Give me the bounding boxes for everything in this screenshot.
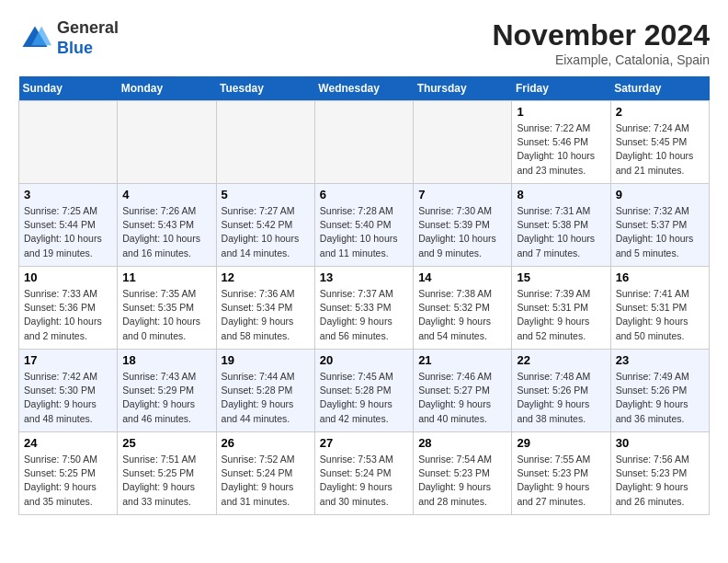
day-info: Sunrise: 7:39 AM Sunset: 5:31 PM Dayligh… [517,287,605,343]
calendar-cell: 14Sunrise: 7:38 AM Sunset: 5:32 PM Dayli… [414,267,512,350]
day-number: 22 [517,353,605,367]
calendar-cell: 17Sunrise: 7:42 AM Sunset: 5:30 PM Dayli… [19,350,118,432]
calendar-cell: 4Sunrise: 7:26 AM Sunset: 5:43 PM Daylig… [118,184,216,267]
day-number: 8 [517,188,605,201]
day-info: Sunrise: 7:30 AM Sunset: 5:39 PM Dayligh… [418,204,506,260]
weekday-header-tuesday: Tuesday [216,76,314,101]
calendar-cell: 13Sunrise: 7:37 AM Sunset: 5:33 PM Dayli… [314,267,413,350]
weekday-header-thursday: Thursday [414,76,512,101]
week-row-3: 10Sunrise: 7:33 AM Sunset: 5:36 PM Dayli… [19,267,710,350]
day-number: 26 [222,436,310,450]
calendar-cell: 3Sunrise: 7:25 AM Sunset: 5:44 PM Daylig… [19,184,118,267]
day-number: 21 [418,353,506,367]
day-number: 11 [122,270,210,284]
logo-blue: Blue [57,39,93,57]
day-number: 27 [320,436,408,450]
day-number: 24 [24,436,112,450]
day-info: Sunrise: 7:45 AM Sunset: 5:28 PM Dayligh… [320,370,408,426]
day-number: 28 [418,436,506,450]
calendar-cell: 7Sunrise: 7:30 AM Sunset: 5:39 PM Daylig… [414,184,512,267]
calendar-cell: 22Sunrise: 7:48 AM Sunset: 5:26 PM Dayli… [512,350,610,432]
day-number: 13 [320,270,408,284]
day-info: Sunrise: 7:56 AM Sunset: 5:23 PM Dayligh… [616,453,704,509]
day-number: 23 [616,353,704,367]
week-row-5: 24Sunrise: 7:50 AM Sunset: 5:25 PM Dayli… [19,432,710,515]
day-info: Sunrise: 7:31 AM Sunset: 5:38 PM Dayligh… [517,204,605,260]
calendar-cell: 28Sunrise: 7:54 AM Sunset: 5:23 PM Dayli… [414,432,512,515]
day-number: 14 [418,270,506,284]
logo: General Blue [18,18,119,58]
day-number: 1 [517,105,605,119]
day-info: Sunrise: 7:37 AM Sunset: 5:33 PM Dayligh… [320,287,408,343]
calendar-cell: 2Sunrise: 7:24 AM Sunset: 5:45 PM Daylig… [610,101,709,184]
day-info: Sunrise: 7:22 AM Sunset: 5:46 PM Dayligh… [517,121,605,178]
calendar-cell: 23Sunrise: 7:49 AM Sunset: 5:26 PM Dayli… [610,350,709,432]
day-info: Sunrise: 7:35 AM Sunset: 5:35 PM Dayligh… [122,287,210,343]
logo-icon [18,22,51,55]
day-number: 2 [616,105,704,119]
calendar-cell: 30Sunrise: 7:56 AM Sunset: 5:23 PM Dayli… [610,432,709,515]
calendar-cell [118,101,216,184]
day-number: 20 [320,353,408,367]
day-info: Sunrise: 7:25 AM Sunset: 5:44 PM Dayligh… [24,204,112,260]
calendar-cell [19,101,118,184]
title-area: November 2024 Eixample, Catalonia, Spain [492,18,710,67]
day-info: Sunrise: 7:33 AM Sunset: 5:36 PM Dayligh… [24,287,112,343]
calendar-cell: 29Sunrise: 7:55 AM Sunset: 5:23 PM Dayli… [512,432,610,515]
calendar-cell: 1Sunrise: 7:22 AM Sunset: 5:46 PM Daylig… [512,101,610,184]
day-number: 18 [122,353,210,367]
logo-text: General Blue [57,18,119,58]
calendar-cell: 21Sunrise: 7:46 AM Sunset: 5:27 PM Dayli… [414,350,512,432]
day-number: 29 [517,436,605,450]
week-row-4: 17Sunrise: 7:42 AM Sunset: 5:30 PM Dayli… [19,350,710,432]
calendar-cell: 26Sunrise: 7:52 AM Sunset: 5:24 PM Dayli… [216,432,314,515]
day-number: 4 [122,188,210,201]
calendar-cell: 12Sunrise: 7:36 AM Sunset: 5:34 PM Dayli… [216,267,314,350]
calendar-cell: 5Sunrise: 7:27 AM Sunset: 5:42 PM Daylig… [216,184,314,267]
day-number: 16 [616,270,704,284]
day-info: Sunrise: 7:53 AM Sunset: 5:24 PM Dayligh… [320,453,408,509]
day-info: Sunrise: 7:41 AM Sunset: 5:31 PM Dayligh… [616,287,704,343]
day-info: Sunrise: 7:42 AM Sunset: 5:30 PM Dayligh… [24,370,112,426]
calendar-table: SundayMondayTuesdayWednesdayThursdayFrid… [18,76,710,515]
calendar-cell: 25Sunrise: 7:51 AM Sunset: 5:25 PM Dayli… [118,432,216,515]
calendar-cell: 9Sunrise: 7:32 AM Sunset: 5:37 PM Daylig… [610,184,709,267]
day-info: Sunrise: 7:36 AM Sunset: 5:34 PM Dayligh… [222,287,310,343]
calendar-cell: 19Sunrise: 7:44 AM Sunset: 5:28 PM Dayli… [216,350,314,432]
day-number: 7 [418,188,506,201]
calendar-cell: 27Sunrise: 7:53 AM Sunset: 5:24 PM Dayli… [314,432,413,515]
calendar-cell: 18Sunrise: 7:43 AM Sunset: 5:29 PM Dayli… [118,350,216,432]
week-row-1: 1Sunrise: 7:22 AM Sunset: 5:46 PM Daylig… [19,101,710,184]
day-info: Sunrise: 7:44 AM Sunset: 5:28 PM Dayligh… [222,370,310,426]
day-number: 10 [24,270,112,284]
day-info: Sunrise: 7:38 AM Sunset: 5:32 PM Dayligh… [418,287,506,343]
day-number: 25 [122,436,210,450]
day-info: Sunrise: 7:28 AM Sunset: 5:40 PM Dayligh… [320,204,408,260]
day-number: 5 [222,188,310,201]
weekday-header-wednesday: Wednesday [314,76,413,101]
day-number: 3 [24,188,112,201]
day-number: 12 [222,270,310,284]
month-title: November 2024 [492,18,710,52]
weekday-header-monday: Monday [118,76,216,101]
day-info: Sunrise: 7:49 AM Sunset: 5:26 PM Dayligh… [616,370,704,426]
calendar-cell: 16Sunrise: 7:41 AM Sunset: 5:31 PM Dayli… [610,267,709,350]
weekday-header-friday: Friday [512,76,610,101]
day-info: Sunrise: 7:55 AM Sunset: 5:23 PM Dayligh… [517,453,605,509]
calendar-cell: 8Sunrise: 7:31 AM Sunset: 5:38 PM Daylig… [512,184,610,267]
day-info: Sunrise: 7:26 AM Sunset: 5:43 PM Dayligh… [122,204,210,260]
calendar-cell [314,101,413,184]
calendar-cell: 6Sunrise: 7:28 AM Sunset: 5:40 PM Daylig… [314,184,413,267]
week-row-2: 3Sunrise: 7:25 AM Sunset: 5:44 PM Daylig… [19,184,710,267]
page-header: General Blue November 2024 Eixample, Cat… [18,18,710,67]
day-info: Sunrise: 7:48 AM Sunset: 5:26 PM Dayligh… [517,370,605,426]
logo-general: General [57,18,119,37]
calendar-cell: 24Sunrise: 7:50 AM Sunset: 5:25 PM Dayli… [19,432,118,515]
weekday-header-row: SundayMondayTuesdayWednesdayThursdayFrid… [19,76,710,101]
day-number: 30 [616,436,704,450]
day-number: 17 [24,353,112,367]
weekday-header-saturday: Saturday [610,76,709,101]
day-number: 6 [320,188,408,201]
calendar-cell: 11Sunrise: 7:35 AM Sunset: 5:35 PM Dayli… [118,267,216,350]
day-info: Sunrise: 7:24 AM Sunset: 5:45 PM Dayligh… [616,121,704,178]
